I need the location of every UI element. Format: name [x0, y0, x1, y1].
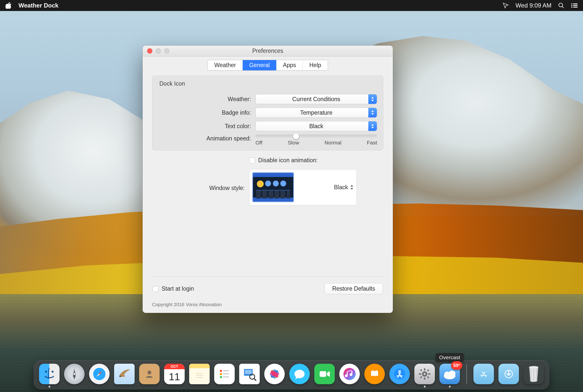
- svg-point-13: [119, 376, 121, 377]
- dock-weather-dock[interactable]: Overcast 59°: [439, 364, 460, 387]
- svg-point-48: [424, 373, 426, 375]
- dock-notes[interactable]: [189, 364, 210, 387]
- system-menubar: Weather Dock Wed 9:09 AM: [0, 0, 583, 11]
- svg-rect-7: [573, 7, 577, 8]
- window-close-button[interactable]: [147, 48, 152, 54]
- tab-apps[interactable]: Apps: [276, 60, 303, 70]
- svg-rect-21: [223, 370, 229, 371]
- window-style-picker[interactable]: Black: [249, 169, 357, 205]
- dock-system-preferences[interactable]: [414, 364, 435, 387]
- window-style-thumbnail: [252, 172, 294, 202]
- svg-point-9: [52, 371, 54, 373]
- svg-line-1: [562, 6, 564, 8]
- animspeed-slider[interactable]: [255, 135, 377, 137]
- svg-point-8: [45, 371, 47, 373]
- app-menu-title[interactable]: Weather Dock: [19, 2, 59, 9]
- svg-rect-47: [420, 376, 422, 378]
- svg-rect-22: [223, 373, 229, 374]
- weather-select[interactable]: Current Conditions: [255, 94, 377, 104]
- svg-rect-44: [420, 369, 422, 371]
- dock-contacts[interactable]: [139, 364, 160, 387]
- dock-item-label: Overcast: [436, 353, 464, 362]
- dock-messages[interactable]: [289, 364, 310, 387]
- badge-label: Badge info:: [158, 109, 251, 116]
- svg-rect-42: [419, 373, 421, 374]
- dock-icon-group: Dock Icon Weather: Current Conditions Ba…: [152, 76, 383, 150]
- svg-rect-3: [573, 4, 577, 4]
- tab-help[interactable]: Help: [303, 60, 328, 70]
- badge-select[interactable]: Temperature: [255, 108, 377, 118]
- spotlight-search-icon[interactable]: [558, 2, 564, 9]
- restore-defaults-button[interactable]: Restore Defaults: [325, 283, 383, 294]
- window-title: Preferences: [143, 48, 393, 54]
- svg-point-51: [449, 370, 455, 376]
- notification-center-icon[interactable]: [571, 3, 577, 8]
- svg-line-27: [254, 378, 256, 380]
- svg-point-2: [571, 3, 572, 4]
- svg-point-4: [571, 5, 572, 6]
- dock-safari[interactable]: [89, 364, 110, 387]
- dock-appstore[interactable]: [389, 364, 410, 387]
- dock-itunes[interactable]: [339, 364, 360, 387]
- weather-label: Weather:: [158, 96, 251, 103]
- svg-point-20: [220, 376, 222, 378]
- svg-point-19: [220, 373, 222, 375]
- apple-menu-icon[interactable]: [6, 2, 12, 9]
- dock-photos[interactable]: [264, 364, 285, 387]
- dock-finder[interactable]: [39, 364, 60, 387]
- svg-rect-40: [424, 368, 425, 370]
- tab-weather[interactable]: Weather: [208, 60, 243, 70]
- svg-point-37: [344, 368, 356, 380]
- svg-rect-41: [424, 377, 425, 380]
- copyright-text: Copyright 2016 Voros iNnovation: [152, 294, 383, 313]
- checkbox-icon: [249, 157, 255, 163]
- checkbox-icon: [153, 286, 159, 292]
- svg-rect-36: [320, 371, 326, 377]
- dock-mail[interactable]: [114, 364, 135, 387]
- start-at-login-checkbox[interactable]: Start at login: [153, 285, 194, 292]
- window-minimize-button[interactable]: [156, 48, 161, 54]
- system-dock: OCT 11: [34, 360, 549, 389]
- preferences-window: Preferences Weather General Apps Help Do…: [143, 46, 393, 313]
- svg-rect-25: [245, 370, 252, 374]
- svg-rect-46: [427, 369, 429, 371]
- windowstyle-label: Window style:: [152, 183, 245, 191]
- dock-preview[interactable]: [239, 364, 260, 387]
- dock-badge: 59°: [451, 361, 462, 370]
- menubar-clock[interactable]: Wed 9:09 AM: [515, 2, 551, 9]
- svg-point-14: [148, 371, 151, 374]
- dock-folder-downloads[interactable]: [498, 364, 519, 387]
- tab-general[interactable]: General: [243, 60, 276, 70]
- dock-facetime[interactable]: [314, 364, 335, 387]
- svg-point-6: [571, 7, 572, 8]
- svg-rect-43: [428, 373, 430, 374]
- dock-reminders[interactable]: [214, 364, 235, 387]
- dock-separator: [466, 364, 467, 384]
- dock-launchpad[interactable]: [64, 364, 85, 387]
- svg-point-10: [73, 373, 76, 375]
- textcolor-select[interactable]: Black: [255, 121, 377, 131]
- animspeed-label: Animation speed:: [158, 135, 251, 142]
- window-titlebar[interactable]: Preferences: [143, 46, 393, 57]
- dock-ibooks[interactable]: [364, 364, 385, 387]
- svg-rect-23: [223, 376, 229, 377]
- textcolor-label: Text color:: [158, 123, 251, 130]
- preferences-tabbar: Weather General Apps Help: [207, 60, 328, 71]
- dock-folder-applications[interactable]: [473, 364, 494, 387]
- dock-calendar[interactable]: OCT 11: [164, 364, 185, 387]
- window-zoom-button[interactable]: [164, 48, 169, 54]
- svg-point-18: [220, 370, 222, 372]
- svg-point-0: [559, 3, 562, 7]
- group-title: Dock Icon: [158, 76, 377, 91]
- disable-animation-checkbox[interactable]: Disable icon animation:: [249, 157, 318, 164]
- svg-rect-5: [573, 5, 577, 6]
- dock-trash[interactable]: [523, 364, 544, 387]
- svg-rect-45: [427, 376, 429, 378]
- cursor-status-icon[interactable]: [502, 2, 509, 9]
